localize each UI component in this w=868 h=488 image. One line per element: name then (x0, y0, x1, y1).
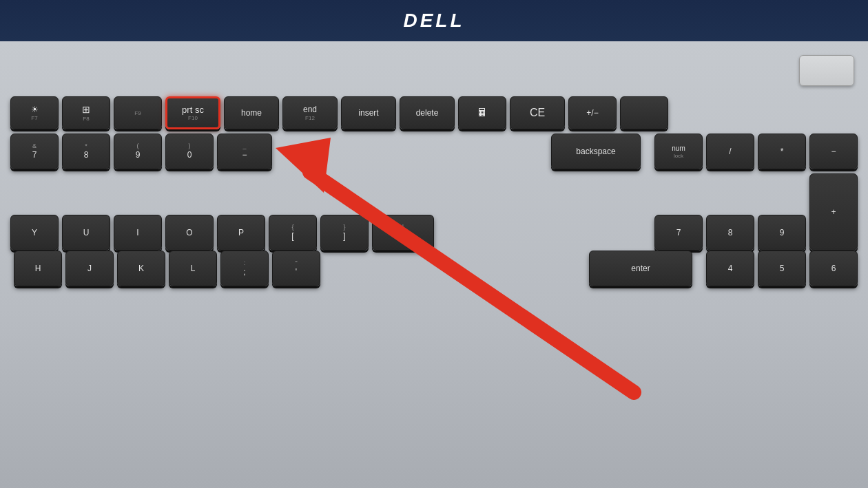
key-rbrace[interactable]: } ] (320, 215, 369, 251)
key-lparen-9[interactable]: ( 9 (114, 134, 162, 169)
key-amp-7[interactable]: & 7 (10, 134, 59, 169)
key-lbrace[interactable]: { [ (269, 215, 317, 251)
key-prtsc[interactable]: prt sc F10 (165, 96, 220, 129)
key-colon[interactable]: : ; (220, 251, 269, 286)
key-star-8[interactable]: * 8 (62, 134, 110, 169)
key-home[interactable]: home (224, 96, 279, 129)
key-l[interactable]: L (169, 251, 217, 286)
key-num-minus[interactable]: − (809, 134, 858, 169)
key-quote[interactable]: " ' (272, 251, 320, 286)
key-plusminus[interactable]: +/− (568, 96, 617, 129)
key-ce[interactable]: CE (510, 96, 565, 129)
key-h[interactable]: H (14, 251, 62, 286)
key-pipe[interactable]: | \ (372, 215, 434, 251)
dell-logo: DELL (403, 10, 464, 32)
key-o[interactable]: O (165, 215, 214, 251)
key-num-plus[interactable]: + (809, 173, 858, 251)
key-backspace[interactable]: backspace (551, 134, 641, 169)
key-num8[interactable]: 8 (706, 215, 754, 251)
key-delete[interactable]: delete (400, 96, 455, 129)
keyboard-rows: ☀ F7 ⊞ F8 F9 prt sc F10 home end F12 (0, 96, 868, 488)
key-k[interactable]: K (117, 251, 165, 286)
key-p[interactable]: P (217, 215, 265, 251)
keyboard-area: ☀ F7 ⊞ F8 F9 prt sc F10 home end F12 (0, 41, 868, 488)
key-num5[interactable]: 5 (758, 251, 806, 286)
key-j[interactable]: J (65, 251, 114, 286)
key-numlock[interactable]: num lock (654, 134, 703, 169)
corner-power-button[interactable] (799, 55, 854, 86)
key-f9[interactable]: F9 (114, 96, 162, 129)
key-insert[interactable]: insert (341, 96, 396, 129)
key-underscore[interactable]: _ − (217, 134, 272, 169)
key-blank[interactable] (620, 96, 668, 129)
laptop-top-bar: DELL (0, 0, 868, 41)
key-calculator[interactable]: 🖩 (458, 96, 506, 129)
key-num-multiply[interactable]: * (758, 134, 806, 169)
key-num4[interactable]: 4 (706, 251, 754, 286)
key-num7[interactable]: 7 (654, 215, 703, 251)
key-end[interactable]: end F12 (282, 96, 338, 129)
key-y[interactable]: Y (10, 215, 59, 251)
number-row: & 7 * 8 ( 9 ) 0 _ − backspace (10, 134, 858, 169)
key-f8[interactable]: ⊞ F8 (62, 96, 110, 129)
key-u[interactable]: U (62, 215, 110, 251)
key-enter[interactable]: enter (589, 251, 692, 286)
key-num9[interactable]: 9 (758, 215, 806, 251)
key-i[interactable]: I (114, 215, 162, 251)
key-f7[interactable]: ☀ F7 (10, 96, 59, 129)
function-row: ☀ F7 ⊞ F8 F9 prt sc F10 home end F12 (10, 96, 858, 129)
key-rparen-0[interactable]: ) 0 (165, 134, 214, 169)
key-num6[interactable]: 6 (809, 251, 858, 286)
key-num-slash[interactable]: / (706, 134, 754, 169)
